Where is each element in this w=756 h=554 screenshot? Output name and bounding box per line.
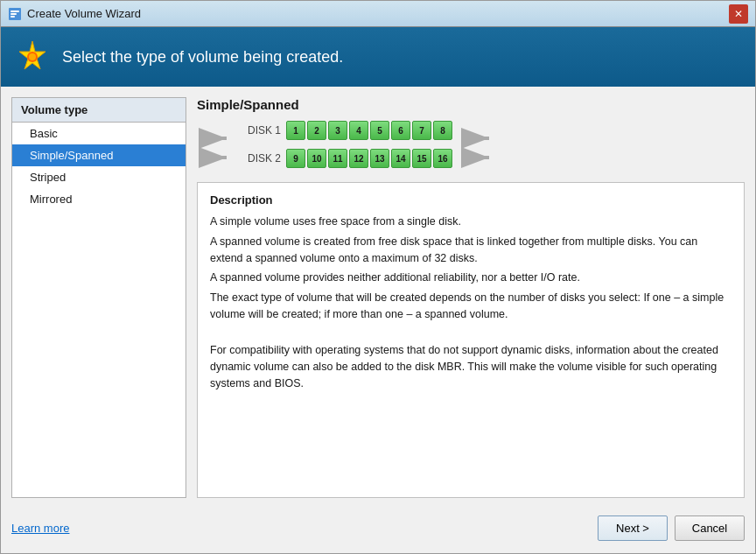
description-paragraph: The exact type of volume that will be cr… — [210, 290, 732, 323]
description-title: Description — [210, 193, 732, 207]
main-window: Create Volume Wizard ✕ Select the type o… — [0, 0, 756, 554]
disk1-blocks: 12345678 — [286, 121, 452, 140]
disk-block: 7 — [412, 121, 431, 140]
title-bar: Create Volume Wizard ✕ — [1, 1, 755, 27]
cancel-button[interactable]: Cancel — [675, 515, 745, 541]
footer: Learn more Next > Cancel — [1, 508, 755, 553]
disk-block: 13 — [370, 149, 389, 168]
learn-more-link[interactable]: Learn more — [11, 522, 69, 535]
disk-block: 2 — [307, 121, 326, 140]
nav-mirrored[interactable]: Mirrored — [12, 188, 186, 210]
disk-block: 6 — [391, 121, 410, 140]
disk-block: 10 — [307, 149, 326, 168]
header-title: Select the type of volume being created. — [62, 48, 343, 67]
right-arrow-icon — [459, 121, 494, 173]
disk-block: 15 — [412, 149, 431, 168]
disk-block: 1 — [286, 121, 305, 140]
nav-simple-spanned[interactable]: Simple/Spanned — [12, 144, 186, 166]
disk-block: 14 — [391, 149, 410, 168]
close-button[interactable]: ✕ — [729, 4, 748, 24]
disk-block: 9 — [286, 149, 305, 168]
disk1-label: DISK 1 — [239, 124, 281, 137]
description-box: Description A simple volume uses free sp… — [197, 182, 745, 498]
left-panel: Volume type Basic Simple/Spanned Striped… — [11, 97, 186, 498]
main-content: Volume type Basic Simple/Spanned Striped… — [1, 87, 755, 508]
description-paragraph: A spanned volume is created from free di… — [210, 234, 732, 267]
disk-block: 12 — [349, 149, 368, 168]
volume-type-header: Volume type — [12, 98, 186, 123]
nav-basic[interactable]: Basic — [12, 123, 186, 144]
nav-striped[interactable]: Striped — [12, 166, 186, 188]
disk-block: 5 — [370, 121, 389, 140]
disks-rows: DISK 1 12345678 DISK 2 910111213141516 — [239, 121, 452, 173]
description-text: A simple volume uses free space from a s… — [210, 214, 732, 392]
disk2-row: DISK 2 910111213141516 — [239, 149, 452, 168]
disk2-blocks: 910111213141516 — [286, 149, 452, 168]
right-panel-title: Simple/Spanned — [197, 97, 745, 112]
disk1-row: DISK 1 12345678 — [239, 121, 452, 140]
disk-block: 4 — [349, 121, 368, 140]
disk-block: 8 — [433, 121, 452, 140]
header-banner: Select the type of volume being created. — [1, 27, 755, 87]
svg-point-7 — [29, 53, 36, 60]
disk-diagram: DISK 1 12345678 DISK 2 910111213141516 — [197, 121, 745, 173]
svg-rect-2 — [10, 13, 17, 15]
disk-block: 3 — [328, 121, 347, 140]
description-paragraph: A spanned volume provides neither additi… — [210, 270, 732, 286]
window-title: Create Volume Wizard — [27, 7, 141, 20]
next-button[interactable]: Next > — [598, 515, 668, 541]
svg-rect-3 — [10, 16, 15, 18]
wizard-icon — [15, 39, 50, 74]
left-arrow-icon — [197, 121, 232, 173]
title-bar-left: Create Volume Wizard — [8, 7, 141, 21]
footer-buttons: Next > Cancel — [598, 515, 745, 541]
disk-block: 16 — [433, 149, 452, 168]
right-panel: Simple/Spanned DISK 1 — [197, 97, 745, 498]
app-icon — [8, 7, 22, 21]
disk2-label: DISK 2 — [239, 152, 281, 165]
svg-rect-1 — [10, 11, 19, 12]
description-paragraph: A simple volume uses free space from a s… — [210, 214, 732, 230]
disk-block: 11 — [328, 149, 347, 168]
description-paragraph: For compatibility with operating systems… — [210, 342, 732, 391]
